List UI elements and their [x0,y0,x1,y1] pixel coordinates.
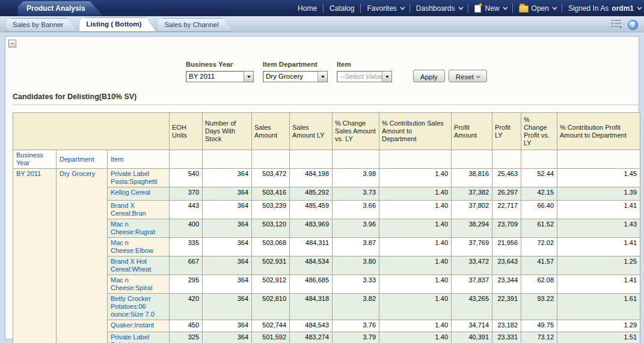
dashboard-content-panel: − Business Year BY 2011 Item Department … [5,36,639,339]
item-link-cell[interactable]: Quaker:Instant [108,320,170,332]
value-cell: 26,297 [492,187,521,201]
table-row: Mac n Cheese:Rugrat400364503,120483,9693… [13,219,640,238]
value-cell: 503,472 [252,169,290,187]
value-cell: 484,198 [290,169,333,187]
folder-icon [519,5,529,13]
collapse-section-button[interactable]: − [8,40,16,47]
value-cell: 1.40 [379,169,452,187]
username: ordm1 [612,4,634,13]
value-cell: 1.39 [557,187,640,201]
item-select[interactable]: --Select Value-- [337,71,392,82]
apply-button[interactable]: Apply [413,70,445,82]
column-header: Profit Amount [452,113,492,150]
value-cell: 66.40 [521,201,557,219]
page-options-icon[interactable] [612,19,622,31]
value-cell: 3.98 [333,169,379,187]
nav-separator [468,4,468,13]
business-year-cell[interactable]: BY 2011 [13,169,57,343]
value-cell: 325 [170,332,203,343]
value-cell: 23,643 [492,256,521,275]
item-link-cell[interactable]: Mac n Cheese:Spiral [108,275,170,294]
nav-new[interactable]: ✦ New [474,4,506,13]
global-navigation: Home Catalog Favorites Dashboards ✦ New … [298,0,640,16]
selected-value: BY 2011 [186,71,244,82]
column-header: % Contribution Sales Amount to Departmen… [379,113,452,150]
dimension-header: Business Year [13,150,57,169]
business-year-select[interactable]: BY 2011 [186,71,254,82]
value-cell: 3.80 [333,256,379,275]
dropdown-arrow-icon[interactable] [317,71,327,82]
column-header: Profit LY [492,113,521,150]
value-cell: 503,120 [252,219,290,238]
nav-separator [512,4,513,13]
item-link-cell[interactable]: Private Label Dehydrated Potat:Old Box [108,332,170,343]
blank-cell [521,150,557,169]
title-divider [13,105,639,105]
nav-catalog-label: Catalog [330,4,354,13]
value-cell: 503,239 [252,201,290,219]
table-row: Mac n Cheese:Spiral295364502,912486,6853… [13,275,640,294]
nav-home-label: Home [298,4,317,13]
chevron-down-icon [552,5,557,10]
dimension-header: Department [57,150,108,169]
value-cell: 73.12 [521,332,557,343]
value-cell: 40,391 [452,332,492,343]
selected-value: --Select Value-- [337,71,382,82]
reset-button[interactable]: Reset [449,70,487,82]
item-link-cell[interactable]: Betty Crocker Potatoes:06 ounce:Size 7.0 [108,294,170,320]
dropdown-arrow-icon[interactable] [382,71,391,82]
signed-in-menu[interactable]: Signed In As ordm1 [568,4,640,13]
value-cell: 486,685 [290,275,333,294]
department-cell[interactable]: Dry Grocery [57,169,108,343]
value-cell: 3.79 [333,332,379,343]
value-cell: 420 [170,294,203,320]
item-link-cell[interactable]: Private Label Pasta:Spaghetti [108,169,170,187]
table-row: Brand X Hot Cereal:Wheat667364502,931484… [13,256,640,275]
value-cell: 364 [203,332,252,343]
nav-favorites[interactable]: Favorites [367,4,403,13]
new-document-icon: ✦ [474,4,482,13]
nav-dashboards[interactable]: Dashboards [416,4,462,13]
nav-open-label: Open [532,4,549,13]
value-cell: 3.96 [333,219,379,238]
value-cell: 72.02 [521,238,557,256]
value-cell: 450 [170,320,203,332]
item-department-select[interactable]: Dry Grocery [263,71,328,82]
item-link-cell[interactable]: Mac n Cheese:Elbow [108,238,170,256]
reset-label: Reset [456,73,474,80]
help-icon[interactable]: ? [628,20,638,30]
value-cell: 62.08 [521,275,557,294]
tab-listing-bottom[interactable]: Listing ( Bottom) [79,17,156,32]
value-cell: 37,802 [452,201,492,219]
item-link-cell[interactable]: Brand X Hot Cereal:Wheat [108,256,170,275]
chevron-down-icon [400,5,405,10]
item-link-cell[interactable]: Mac n Cheese:Rugrat [108,219,170,238]
column-header: Sales Amount LY [290,113,333,150]
item-link-cell[interactable]: Kellog Cereal [108,187,170,201]
value-cell: 484,311 [290,238,333,256]
item-link-cell[interactable]: Brand X Cereal:Bran [108,201,170,219]
nav-open[interactable]: Open [519,4,556,13]
blank-cell [557,150,640,169]
report-title: Candidates for Delisting(B10% SV) [13,93,639,101]
tab-sales-by-channel[interactable]: Sales by Channel [157,18,233,32]
blank-cell [379,150,452,169]
delisting-pivot-table: EOH UnitsNumber of Days With StockSales … [13,112,640,343]
table-body: BY 2011Dry GroceryPrivate Label Pasta:Sp… [13,169,640,343]
nav-dashboards-label: Dashboards [416,4,455,13]
prompt-label: Item [337,61,392,68]
prompt-label: Business Year [186,61,254,68]
nav-home[interactable]: Home [298,4,317,13]
tab-sales-by-banner[interactable]: Sales by Banner [5,18,78,32]
nav-catalog[interactable]: Catalog [330,4,354,13]
value-cell: 484,318 [290,294,333,320]
table-header-row-dimensions: Business YearDepartmentItem [13,150,640,169]
value-cell: 485,292 [290,187,333,201]
value-cell: 3.33 [333,275,379,294]
value-cell: 1.61 [557,294,640,320]
dashboard-title-tab[interactable]: Product Analysis [18,1,103,16]
value-cell: 1.40 [379,332,452,343]
dropdown-arrow-icon[interactable] [244,71,253,82]
apply-label: Apply [420,73,438,80]
value-cell: 1.41 [557,238,640,256]
